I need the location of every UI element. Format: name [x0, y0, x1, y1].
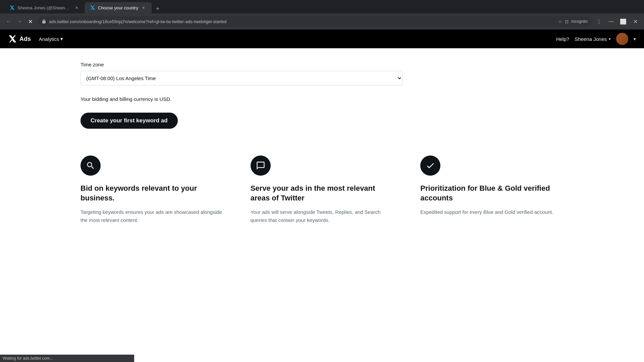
avatar-chevron: ▾: [634, 37, 636, 42]
verified-check-icon: [426, 161, 435, 170]
minimize-button[interactable]: —: [606, 17, 616, 26]
incognito-icon: Incognito: [571, 19, 588, 24]
avatar[interactable]: [616, 33, 628, 45]
star-icon[interactable]: ☆: [558, 19, 562, 24]
lock-icon: [42, 19, 46, 24]
browser-toolbar: ← → ✕ ads.twitter.com/onboarding/18ce55n…: [0, 13, 644, 29]
analytics-nav[interactable]: Analytics ▾: [39, 36, 63, 42]
feature-keywords: Bid on keywords relevant to your busines…: [80, 156, 224, 224]
address-bar[interactable]: ads.twitter.com/onboarding/18ce55njq7n/w…: [38, 16, 592, 27]
tab-bar: Sheena Jones (@SheenaJone49... ✕ Choose …: [0, 0, 644, 13]
maximize-button[interactable]: ⬜: [619, 17, 628, 26]
create-keyword-ad-button[interactable]: Create your first keyword ad: [80, 113, 178, 129]
page-content: Time zone (GMT-08:00) Los Angeles Time Y…: [0, 48, 644, 238]
x-logo-icon: [8, 35, 17, 43]
timezone-select[interactable]: (GMT-08:00) Los Angeles Time: [80, 71, 402, 85]
analytics-label: Analytics: [39, 36, 59, 42]
verified-icon-circle: [420, 156, 440, 176]
user-name: Sheena Jones: [575, 36, 607, 42]
feature-keywords-title: Bid on keywords relevant to your busines…: [80, 184, 224, 203]
toolbar-right: ⋮ — ⬜ ✕: [594, 17, 640, 26]
reload-button[interactable]: ✕: [25, 17, 35, 26]
tab-favicon-sheena: [9, 5, 15, 10]
search-icon-circle: [80, 156, 101, 176]
user-menu-chevron: ▾: [609, 37, 611, 41]
back-button[interactable]: ←: [4, 17, 13, 26]
tab-close-sheena[interactable]: ✕: [74, 5, 79, 10]
timezone-label: Time zone: [80, 62, 564, 67]
feature-verified: Prioritization for Blue & Gold verified …: [420, 156, 564, 224]
tab-country[interactable]: Choose your country ✕: [85, 2, 152, 13]
app-header: Ads Analytics ▾ Help? Sheena Jones ▾ ▾: [0, 29, 644, 48]
browser-chrome: Sheena Jones (@SheenaJone49... ✕ Choose …: [0, 0, 644, 29]
header-right: Help? Sheena Jones ▾ ▾: [556, 33, 636, 45]
new-tab-button[interactable]: +: [153, 4, 162, 13]
feature-verified-title: Prioritization for Blue & Gold verified …: [420, 184, 564, 203]
chat-icon-circle: [251, 156, 271, 176]
split-screen-icon[interactable]: ⊡: [565, 19, 569, 24]
chat-icon: [256, 161, 265, 170]
status-text: Waiting for ads.twitter.com...: [3, 356, 53, 361]
timezone-section: Time zone (GMT-08:00) Los Angeles Time: [80, 62, 564, 85]
feature-ads-desc: Your ads will serve alongside Tweets, Re…: [251, 208, 394, 224]
feature-ads: Serve your ads in the most relevant area…: [251, 156, 394, 224]
feature-ads-title: Serve your ads in the most relevant area…: [251, 184, 394, 203]
features-section: Bid on keywords relevant to your busines…: [80, 149, 564, 224]
avatar-image: [616, 33, 628, 45]
url-text: ads.twitter.com/onboarding/18ce55njq7n/w…: [49, 19, 555, 24]
status-bar: Waiting for ads.twitter.com...: [0, 355, 134, 362]
tab-close-country[interactable]: ✕: [141, 5, 146, 10]
address-icons: ☆ ⊡ Incognito: [558, 19, 588, 24]
nav-buttons: ← → ✕: [4, 17, 35, 26]
ads-label: Ads: [19, 36, 31, 43]
close-button[interactable]: ✕: [631, 17, 640, 26]
billing-text: Your bidding and billing currency is USD…: [80, 96, 564, 102]
user-menu[interactable]: Sheena Jones ▾: [575, 36, 611, 42]
tab-sheena[interactable]: Sheena Jones (@SheenaJone49... ✕: [4, 2, 85, 13]
help-link[interactable]: Help?: [556, 36, 569, 42]
forward-button[interactable]: →: [15, 17, 24, 26]
tab-title-country: Choose your country: [98, 5, 138, 10]
analytics-chevron: ▾: [60, 36, 63, 42]
tab-title-sheena: Sheena Jones (@SheenaJone49...: [17, 5, 71, 10]
feature-verified-desc: Expedited support for every Blue and Gol…: [420, 208, 564, 216]
app-logo[interactable]: Ads: [8, 35, 31, 43]
tab-favicon-country: [90, 5, 95, 10]
extensions-button[interactable]: ⋮: [594, 17, 604, 26]
search-icon: [86, 161, 95, 170]
feature-keywords-desc: Targeting keywords ensures your ads are …: [80, 208, 224, 224]
